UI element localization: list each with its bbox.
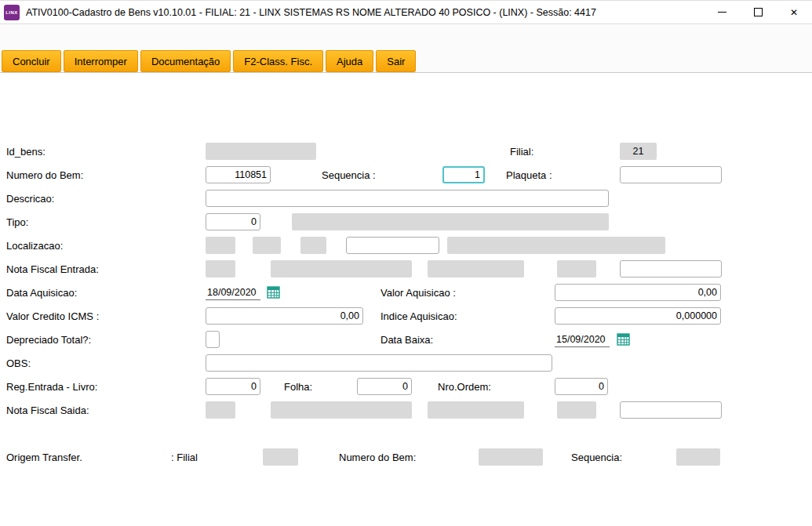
valor-aquisicao-input[interactable] [555,284,721,301]
nro-ordem-label: Nro.Ordem: [438,381,491,393]
numero-bem-input[interactable] [206,166,271,183]
id-bens-field [206,143,316,160]
localizacao-descricao-field [447,237,665,254]
nf-saida-label: Nota Fiscal Saida: [6,404,89,416]
descricao-input[interactable] [206,190,609,207]
tipo-label: Tipo: [6,216,28,228]
window-controls: ✕ [704,1,812,24]
obs-label: OBS: [6,357,31,369]
origem-sequencia-field [676,448,720,466]
localizacao-field-2 [253,237,281,254]
data-baixa-input[interactable] [555,332,610,347]
valor-aquisicao-label: Valor Aquisicao : [381,287,456,299]
sequencia-label: Sequencia : [322,169,376,181]
interromper-button[interactable]: Interromper [64,50,138,72]
tipo-descricao-field [292,213,609,230]
titlebar: LINX ATIV0100-Cadastro de Bens v10.10.01… [0,1,812,24]
maximize-button[interactable] [740,1,776,24]
nf-saida-field-3 [428,401,524,419]
valor-credito-icms-label: Valor Credito ICMS : [6,310,99,322]
minimize-button[interactable] [704,1,740,24]
indice-aquisicao-label: Indice Aquisicao: [381,310,457,322]
window-title: ATIV0100-Cadastro de Bens v10.10.01 - FI… [26,7,596,18]
data-aquisicao-input[interactable] [206,285,260,300]
app-window: LINX ATIV0100-Cadastro de Bens v10.10.01… [0,0,812,526]
nf-saida-input[interactable] [620,401,722,419]
nf-saida-field-1 [206,401,235,419]
depreciado-total-input[interactable] [206,331,220,348]
plaqueta-input[interactable] [620,166,722,183]
folha-label: Folha: [284,381,312,393]
nf-saida-field-2 [271,401,412,419]
origem-transfer-label: Origem Transfer. [6,452,82,463]
concluir-button[interactable]: Concluir [2,50,61,72]
obs-input[interactable] [206,354,552,372]
origem-numero-bem-field [479,448,543,466]
nf-entrada-field-3 [428,260,524,278]
f2-class-fisc-button[interactable]: F2-Class. Fisc. [233,50,323,72]
close-icon: ✕ [790,8,798,17]
nf-entrada-field-2 [271,260,412,278]
localizacao-label: Localizacao: [6,240,63,252]
depreciado-total-label: Depreciado Total?: [6,334,91,346]
nf-entrada-field-4 [557,260,596,278]
data-aquisicao-label: Data Aquisicao: [6,287,77,299]
localizacao-field-3 [300,237,326,254]
tipo-input[interactable] [206,213,260,230]
ajuda-button[interactable]: Ajuda [326,50,373,72]
origem-numero-bem-label: Numero do Bem: [339,452,416,463]
documentacao-button[interactable]: Documentação [140,50,231,72]
origem-filial-label: : Filial [171,452,198,463]
folha-input[interactable] [357,378,412,395]
reg-entrada-livro-label: Reg.Entrada - Livro: [6,381,97,393]
close-button[interactable]: ✕ [776,1,812,24]
nf-entrada-label: Nota Fiscal Entrada: [6,263,99,275]
linx-logo-icon: LINX [4,5,20,20]
minimize-icon [718,12,726,13]
nf-saida-field-4 [557,401,596,419]
id-bens-label: Id_bens: [6,146,46,158]
localizacao-input[interactable] [346,237,439,254]
descricao-label: Descricao: [6,193,54,205]
maximize-icon [754,8,763,16]
valor-credito-icms-input[interactable] [206,307,363,325]
plaqueta-label: Plaqueta : [506,169,552,181]
sair-button[interactable]: Sair [376,50,416,72]
linx-logo-text: LINX [5,10,18,15]
numero-bem-label: Numero do Bem: [6,169,83,181]
origem-filial-field [263,448,298,466]
reg-entrada-livro-input[interactable] [206,378,260,395]
data-baixa-label: Data Baixa: [381,334,433,346]
localizacao-field-1 [206,237,235,254]
origem-sequencia-label: Sequencia: [571,452,622,463]
nf-entrada-input[interactable] [620,260,722,278]
filial-label: Filial: [510,146,533,158]
filial-field: 21 [620,143,657,160]
data-baixa-calendar-icon[interactable] [617,332,630,346]
nf-entrada-field-1 [206,260,235,278]
indice-aquisicao-input[interactable] [555,307,721,325]
toolbar: Concluir Interromper Documentação F2-Cla… [0,25,812,73]
data-aquisicao-calendar-icon[interactable] [267,285,280,299]
nro-ordem-input[interactable] [555,378,608,395]
sequencia-input[interactable] [442,166,485,183]
